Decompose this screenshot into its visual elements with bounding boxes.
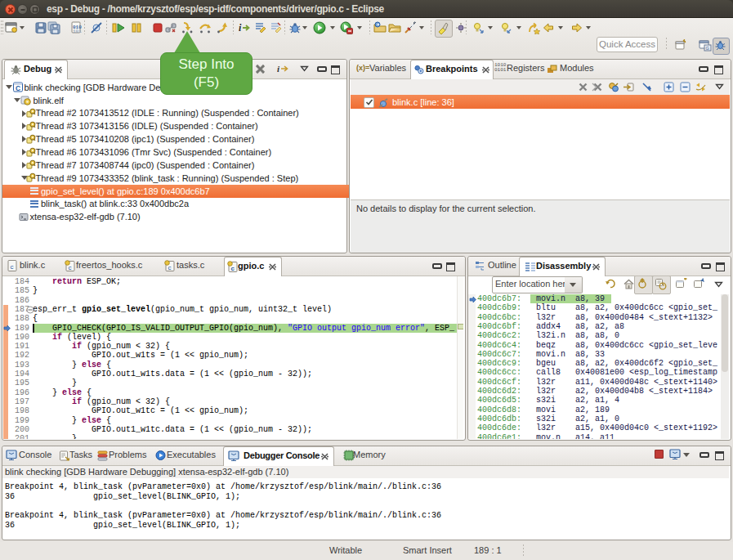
- svg-text:C: C: [16, 84, 20, 92]
- svg-text:101: 101: [73, 29, 82, 34]
- svg-text:(F5): (F5): [194, 74, 219, 90]
- svg-text:G: G: [706, 46, 709, 51]
- svg-text:Step Into: Step Into: [178, 56, 234, 72]
- svg-text:i: i: [239, 22, 242, 34]
